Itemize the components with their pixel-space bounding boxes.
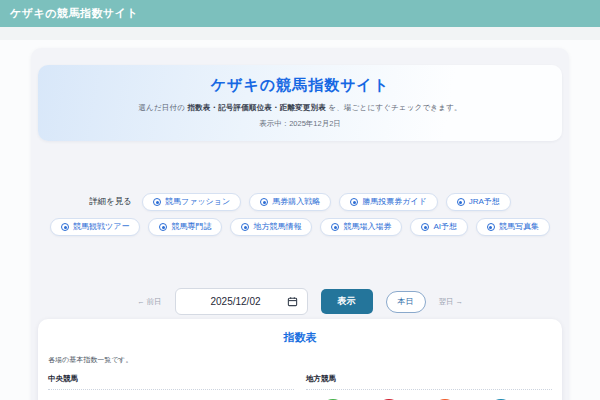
show-button[interactable]: 表示 [321,289,373,314]
topic-chip-link[interactable]: AI予想 [410,218,468,236]
hero-banner: ケザキの競馬指数サイト 選んだ日付の 指数表・記号評価順位表・距離変更別表 を、… [38,65,562,141]
local-racing-column: 地方競馬 [306,374,552,400]
topic-chip-label: 競馬場入場券 [343,223,391,231]
circle-dot-icon [487,223,495,231]
subtitle-strong: 指数表・記号評価順位表・距離変更別表 [187,103,326,112]
calendar-icon[interactable] [287,296,298,307]
topic-chip-link[interactable]: 勝馬投票券ガイド [339,193,438,211]
circle-dot-icon [153,198,161,206]
subtitle-suffix: を、場ごとにすぐチェックできます。 [326,103,462,112]
index-card-description: 各場の基本指数一覧です。 [48,355,552,365]
circle-dot-icon [350,198,358,206]
circle-dot-icon [159,223,167,231]
app-header: ケザキの競馬指数サイト [0,0,600,27]
topic-chip-label: 競馬写真集 [499,223,539,231]
topic-chip-label: 競馬専門誌 [171,223,211,231]
circle-dot-icon [331,223,339,231]
circle-dot-icon [421,223,429,231]
topic-chip-label: 地方競馬情報 [253,223,301,231]
topic-chip-link[interactable]: 競馬写真集 [476,218,550,236]
site-subtitle: 選んだ日付の 指数表・記号評価順位表・距離変更別表 を、場ごとにすぐチェックでき… [38,103,562,113]
topic-chip-link[interactable]: 競馬場入場券 [320,218,402,236]
today-button[interactable]: 本日 [386,291,426,313]
topic-chip-link[interactable]: 競馬観戦ツアー [50,218,140,236]
local-racing-header: 地方競馬 [306,374,552,390]
topic-chip-label: 勝馬投票券ガイド [362,198,427,206]
topic-chip-link[interactable]: JRA予想 [446,193,511,211]
topic-chip-link[interactable]: 競馬ファッション [142,193,241,211]
topic-chip-label: 競馬ファッション [165,198,230,206]
date-input[interactable]: 2025/12/02 [175,288,308,315]
showing-date-label: 表示中：2025年12月2日 [38,119,562,129]
topic-chip-label: JRA予想 [469,198,500,206]
central-racing-column: 中央競馬 [48,374,294,400]
header-divider-strip [0,27,600,40]
date-navigation: ← 前日 2025/12/02 表示 本日 翌日 → [38,288,562,315]
topic-chip-label: 競馬観戦ツアー [73,223,129,231]
topic-chip-link[interactable]: 地方競馬情報 [230,218,312,236]
next-day-link[interactable]: 翌日 → [439,297,464,307]
topic-chip-label: AI予想 [433,223,457,231]
circle-dot-icon [61,223,69,231]
index-columns: 中央競馬 地方競馬 [48,374,552,400]
topic-chip-link[interactable]: 馬券購入戦略 [249,193,331,211]
topic-chips-caption: 詳細を見る [89,196,132,208]
circle-dot-icon [241,223,249,231]
circle-dot-icon [260,198,268,206]
topic-chip-link[interactable]: 競馬専門誌 [148,218,222,236]
circle-dot-icon [457,198,465,206]
index-table-card: 指数表 各場の基本指数一覧です。 中央競馬 地方競馬 [38,319,562,400]
main-container: ケザキの競馬指数サイト 選んだ日付の 指数表・記号評価順位表・距離変更別表 を、… [31,48,569,400]
index-card-title: 指数表 [48,330,552,345]
prev-day-link[interactable]: ← 前日 [137,297,162,307]
subtitle-prefix: 選んだ日付の [138,103,187,112]
date-input-value: 2025/12/02 [185,296,287,307]
site-title: ケザキの競馬指数サイト [38,76,562,95]
central-racing-header: 中央競馬 [48,374,294,390]
topic-chip-label: 馬券購入戦略 [272,198,320,206]
app-header-title: ケザキの競馬指数サイト [10,6,138,21]
topic-chips-row: 詳細を見る 競馬ファッション 馬券購入戦略 勝馬投票券ガイド JRA予想 [40,193,560,236]
